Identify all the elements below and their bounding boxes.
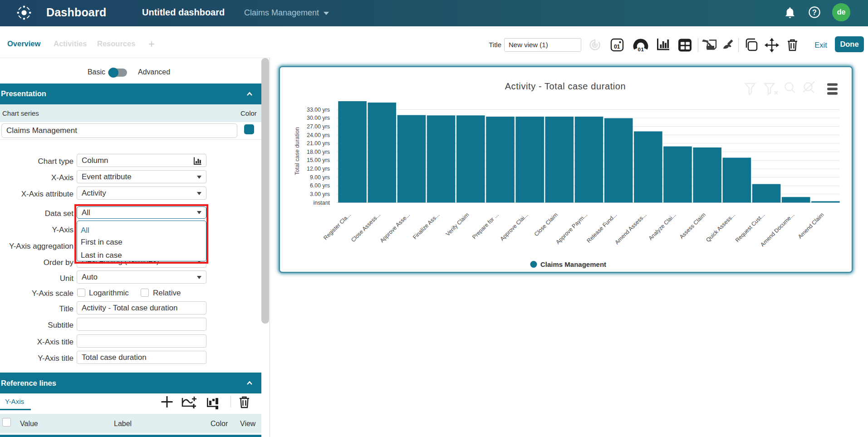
svg-text:33.00 yrs: 33.00 yrs (307, 107, 330, 113)
svg-text:Close Assess...: Close Assess... (350, 211, 382, 243)
svg-text:Analyze Clai...: Analyze Clai... (647, 211, 677, 241)
svg-text:6.00 yrs: 6.00 yrs (310, 182, 330, 189)
svg-text:Activity - Total case duration: Activity - Total case duration (505, 81, 626, 91)
svg-text:Release Fund...: Release Fund... (586, 211, 618, 244)
svg-text:Approve Asse...: Approve Asse... (379, 211, 411, 244)
svg-text:instant: instant (313, 200, 330, 206)
svg-text:Prepare for ...: Prepare for ... (471, 211, 500, 240)
svg-text:21.00 yrs: 21.00 yrs (307, 140, 330, 147)
svg-text:18.00 yrs: 18.00 yrs (307, 149, 330, 155)
svg-text:Amend Claim: Amend Claim (797, 211, 825, 240)
svg-text:Amend Assess...: Amend Assess... (613, 211, 647, 246)
svg-text:Assess Claim: Assess Claim (678, 211, 707, 240)
svg-text:9.00 yrs: 9.00 yrs (310, 174, 330, 181)
svg-text:01: 01 (638, 47, 644, 52)
svg-text:?: ? (812, 9, 817, 16)
svg-text:Finalize Ass...: Finalize Ass... (412, 211, 441, 241)
svg-text:24.00 yrs: 24.00 yrs (307, 132, 330, 138)
svg-text:15.00 yrs: 15.00 yrs (307, 157, 330, 163)
svg-text:3.00 yrs: 3.00 yrs (310, 191, 330, 197)
svg-text:01: 01 (614, 44, 620, 50)
svg-text:Total case duration: Total case duration (294, 127, 300, 175)
svg-text:12.00 yrs: 12.00 yrs (307, 166, 330, 172)
svg-text:30.00 yrs: 30.00 yrs (307, 115, 330, 121)
svg-text:Approve Paym...: Approve Paym... (554, 211, 588, 246)
svg-text:27.00 yrs: 27.00 yrs (307, 123, 330, 130)
svg-text:Register Cla...: Register Cla... (322, 211, 352, 241)
svg-text:Approve Clai...: Approve Clai... (499, 211, 529, 242)
svg-text:Claims Management: Claims Management (540, 260, 606, 268)
svg-text:Verify Claim: Verify Claim (445, 211, 471, 237)
svg-text:Close Claim: Close Claim (533, 211, 559, 237)
svg-text:Request Cust...: Request Cust... (734, 211, 766, 243)
svg-text:Quick Assess...: Quick Assess... (705, 211, 736, 243)
